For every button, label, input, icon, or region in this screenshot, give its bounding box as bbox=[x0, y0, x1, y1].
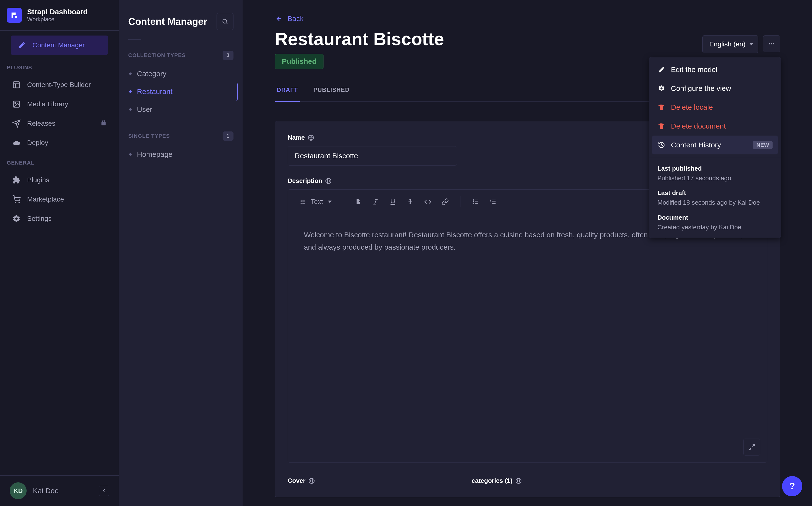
bullet-icon bbox=[129, 90, 132, 93]
sn-item-label: Restaurant bbox=[137, 87, 173, 96]
svg-rect-20 bbox=[302, 200, 305, 200]
divider bbox=[128, 39, 141, 39]
popover-item-label: Delete locale bbox=[671, 103, 713, 111]
last-draft-value: Modified 18 seconds ago by Kai Doe bbox=[657, 198, 772, 207]
caret-down-icon bbox=[328, 200, 332, 203]
sn-item-homepage[interactable]: Homepage bbox=[124, 146, 238, 163]
sn-item-category[interactable]: Category bbox=[124, 65, 238, 83]
svg-rect-31 bbox=[475, 201, 478, 202]
list-bulleted-icon bbox=[472, 198, 479, 205]
sn-item-label: Category bbox=[137, 70, 166, 78]
svg-point-7 bbox=[223, 19, 227, 23]
svg-point-10 bbox=[769, 43, 770, 44]
globe-icon bbox=[515, 478, 522, 484]
sidebar-item-releases[interactable]: Releases bbox=[5, 114, 114, 133]
puzzle-icon bbox=[12, 176, 21, 184]
rte-numbered-list-button[interactable] bbox=[486, 195, 500, 208]
popover-edit-model[interactable]: Edit the model bbox=[649, 60, 781, 79]
rte-content[interactable]: Welcome to Biscotte restaurant! Restaura… bbox=[288, 214, 767, 462]
separator bbox=[460, 196, 461, 207]
collapse-sidebar-button[interactable] bbox=[99, 486, 109, 496]
sidebar-item-content-type-builder[interactable]: Content-Type Builder bbox=[5, 75, 114, 94]
chevron-left-icon bbox=[102, 488, 107, 493]
sn-item-user[interactable]: User bbox=[124, 100, 238, 118]
sidebar-item-deploy[interactable]: Deploy bbox=[5, 133, 114, 153]
sidebar-item-settings[interactable]: Settings bbox=[5, 209, 114, 228]
svg-point-29 bbox=[473, 203, 474, 204]
gear-icon bbox=[657, 84, 666, 93]
sn-item-label: User bbox=[137, 105, 152, 113]
sidebar-item-label: Marketplace bbox=[27, 195, 64, 203]
last-published-label: Last published bbox=[657, 165, 772, 172]
sidebar-item-plugins[interactable]: Plugins bbox=[5, 170, 114, 190]
last-draft-label: Last draft bbox=[657, 189, 772, 197]
name-input[interactable] bbox=[288, 146, 457, 166]
rte-expand-button[interactable] bbox=[743, 439, 760, 455]
second-nav: Content Manager COLLECTION TYPES 3 Categ… bbox=[119, 0, 243, 506]
svg-point-17 bbox=[300, 199, 301, 200]
strapi-icon bbox=[10, 11, 18, 19]
svg-rect-21 bbox=[302, 201, 305, 202]
sidebar-item-content-manager[interactable]: Content Manager bbox=[11, 35, 108, 55]
single-types-count: 1 bbox=[223, 132, 233, 141]
sidebar-item-label: Settings bbox=[27, 215, 52, 223]
collection-types-count: 3 bbox=[223, 51, 233, 60]
brand-subtitle: Workplace bbox=[27, 16, 87, 23]
user-name: Kai Doe bbox=[33, 487, 59, 495]
dots-horizontal-icon bbox=[768, 40, 775, 48]
svg-line-25 bbox=[375, 199, 377, 204]
sn-item-restaurant[interactable]: Restaurant bbox=[124, 83, 238, 100]
svg-line-8 bbox=[226, 23, 227, 24]
svg-rect-22 bbox=[302, 203, 305, 203]
search-button[interactable] bbox=[216, 13, 233, 30]
rte-bold-button[interactable] bbox=[351, 195, 365, 208]
new-badge: NEW bbox=[753, 141, 772, 149]
svg-rect-30 bbox=[475, 199, 478, 200]
svg-point-18 bbox=[300, 201, 301, 202]
pencil-icon bbox=[17, 41, 26, 50]
back-link[interactable]: Back bbox=[275, 14, 303, 23]
popover-content-history[interactable]: Content History NEW bbox=[652, 136, 778, 154]
tab-published[interactable]: PUBLISHED bbox=[312, 81, 351, 101]
popover-configure-view[interactable]: Configure the view bbox=[649, 79, 781, 98]
rte-strikethrough-button[interactable] bbox=[404, 195, 417, 208]
lock-icon bbox=[100, 119, 107, 128]
rte-link-button[interactable] bbox=[438, 195, 452, 208]
rte-block-type-dropdown[interactable]: Text bbox=[295, 194, 337, 209]
brand-logo bbox=[7, 8, 22, 23]
pencil-icon bbox=[657, 66, 666, 74]
bullet-icon bbox=[129, 108, 132, 111]
rte-italic-button[interactable] bbox=[369, 195, 382, 208]
sidebar-footer: KD Kai Doe bbox=[0, 475, 119, 506]
popover-item-label: Content History bbox=[671, 141, 721, 149]
gear-icon bbox=[12, 214, 21, 223]
more-actions-popover: Edit the model Configure the view Delete… bbox=[649, 57, 781, 238]
svg-rect-0 bbox=[13, 82, 20, 88]
underline-icon bbox=[389, 198, 397, 205]
more-actions-button[interactable] bbox=[763, 35, 780, 52]
trash-icon bbox=[657, 122, 666, 130]
tab-draft[interactable]: DRAFT bbox=[275, 81, 300, 102]
locale-select[interactable]: English (en) bbox=[702, 35, 758, 53]
rte-underline-button[interactable] bbox=[386, 195, 400, 208]
help-fab[interactable]: ? bbox=[782, 476, 802, 496]
rte-code-button[interactable] bbox=[421, 195, 434, 208]
plane-icon bbox=[12, 119, 21, 128]
avatar[interactable]: KD bbox=[10, 482, 26, 499]
sidebar-item-media-library[interactable]: Media Library bbox=[5, 94, 114, 114]
bullet-icon bbox=[129, 73, 132, 75]
cart-icon bbox=[12, 195, 21, 204]
list-numbered-icon bbox=[489, 198, 496, 205]
history-icon bbox=[657, 141, 666, 149]
popover-delete-document[interactable]: Delete document bbox=[649, 117, 781, 136]
svg-line-36 bbox=[752, 444, 755, 446]
sidebar-item-marketplace[interactable]: Marketplace bbox=[5, 190, 114, 209]
popover-delete-locale[interactable]: Delete locale bbox=[649, 98, 781, 117]
sidebar-item-label: Content Manager bbox=[32, 41, 85, 49]
rte-bulleted-list-button[interactable] bbox=[469, 195, 482, 208]
globe-icon bbox=[325, 178, 332, 184]
cloud-icon bbox=[12, 139, 21, 147]
cover-label: Cover bbox=[288, 477, 457, 485]
popover-item-label: Edit the model bbox=[671, 66, 718, 74]
sn-item-label: Homepage bbox=[137, 150, 173, 159]
